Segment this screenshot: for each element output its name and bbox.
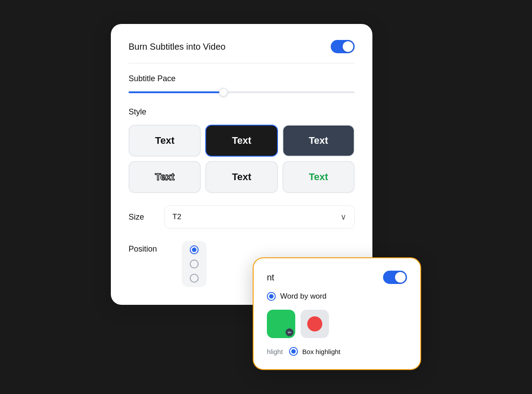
style-btn-dark-selected[interactable]: Text <box>205 125 278 157</box>
size-dropdown[interactable]: T2 ∨ <box>164 205 355 229</box>
red-dot <box>307 316 322 331</box>
slider-thumb[interactable] <box>219 88 228 97</box>
color-swatch-green[interactable]: ✏ <box>267 310 295 338</box>
style-btn-darkbg[interactable]: Text <box>282 125 355 157</box>
pace-slider[interactable] <box>129 91 355 93</box>
burn-subtitles-row: Burn Subtitles into Video <box>129 40 355 53</box>
position-radio-group <box>182 241 207 287</box>
highlight-row: hlight Box highlight <box>267 347 407 356</box>
highlight-partial-label: hlight <box>267 348 283 355</box>
radio-middle-outer[interactable] <box>190 260 199 268</box>
radio-top-inner <box>192 248 196 252</box>
chevron-down-icon: ∨ <box>340 212 346 222</box>
position-top[interactable] <box>190 245 199 254</box>
size-row: Size T2 ∨ <box>129 205 355 229</box>
color-swatches-row: ✏ <box>267 310 407 338</box>
secondary-card: nt Word by word ✏ hlight <box>253 257 421 370</box>
pencil-icon: ✏ <box>286 328 293 336</box>
position-middle[interactable] <box>190 260 199 268</box>
style-label: Style <box>129 107 355 117</box>
style-btn-bold[interactable]: Text <box>205 161 278 193</box>
box-radio-inner <box>291 349 296 354</box>
word-by-word-label: Word by word <box>280 292 327 301</box>
size-value: T2 <box>172 213 181 221</box>
subtitle-pace-label: Subtitle Pace <box>129 74 355 83</box>
color-swatch-red[interactable] <box>301 310 329 338</box>
word-by-word-radio[interactable] <box>267 292 276 301</box>
position-bottom[interactable] <box>190 274 199 283</box>
burn-subtitles-label: Burn Subtitles into Video <box>129 42 226 52</box>
size-label: Size <box>129 213 155 222</box>
style-grid: Text Text Text Text Text Text <box>129 125 355 193</box>
radio-bottom-outer[interactable] <box>190 274 199 283</box>
radio-top-outer[interactable] <box>190 245 199 254</box>
burn-subtitles-toggle[interactable] <box>331 40 355 53</box>
style-btn-green[interactable]: Text <box>282 161 355 193</box>
style-btn-outline[interactable]: Text <box>129 161 201 193</box>
secondary-toggle-row: nt <box>267 271 407 284</box>
secondary-toggle[interactable] <box>383 271 407 284</box>
outline-text-span: Text <box>155 171 175 183</box>
style-btn-plain[interactable]: Text <box>129 125 201 157</box>
box-highlight-radio[interactable] <box>289 347 298 356</box>
box-highlight-label: Box highlight <box>302 348 340 355</box>
word-by-word-row: Word by word <box>267 292 407 301</box>
divider-1 <box>129 63 355 63</box>
secondary-toggle-label: nt <box>267 272 274 283</box>
slider-fill <box>129 91 223 93</box>
position-label: Position <box>129 241 173 254</box>
radio-blue-inner <box>269 294 274 299</box>
